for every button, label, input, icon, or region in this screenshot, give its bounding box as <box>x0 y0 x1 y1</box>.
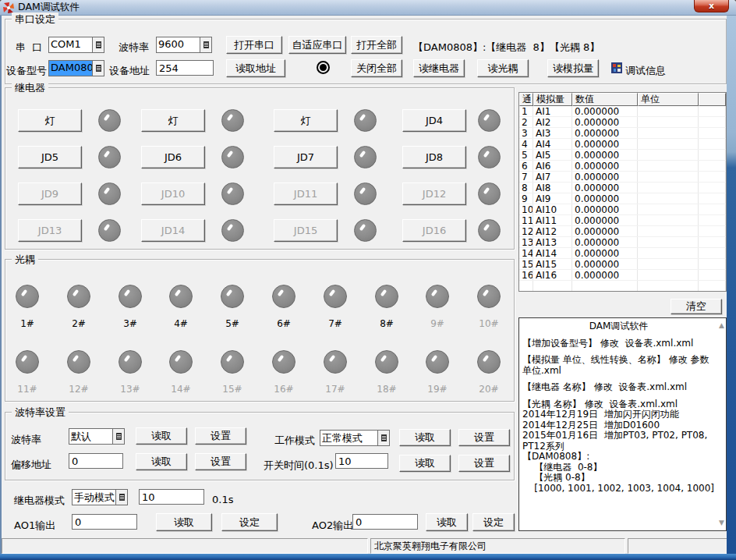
relay-led-10 <box>221 183 244 205</box>
offset-address-input[interactable] <box>69 453 123 469</box>
work-mode-set-button[interactable]: 设置 <box>458 429 510 446</box>
dropdown-icon[interactable] <box>112 429 124 444</box>
relay-button-16: JD16 <box>402 219 466 242</box>
relay-button-3[interactable]: 灯 <box>274 109 338 132</box>
analog-table-cell: 16 <box>519 270 533 280</box>
opto-led-6 <box>272 285 295 308</box>
analog-table-cell <box>699 259 726 269</box>
analog-table-cell: 0.000000 <box>572 215 638 225</box>
open-all-button[interactable]: 打开全部 <box>351 36 402 54</box>
device-address-input[interactable] <box>156 60 214 76</box>
switch-time-read-button[interactable]: 读取 <box>399 455 451 472</box>
analog-table-row[interactable]: 4AI40.000000 <box>519 139 726 150</box>
analog-table-row[interactable]: 9AI90.000000 <box>519 193 726 204</box>
ao1-set-button[interactable]: 设定 <box>221 513 278 531</box>
read-opto-button[interactable]: 读光耦 <box>477 59 529 77</box>
analog-table-row[interactable]: 8AI80.000000 <box>519 183 726 193</box>
switch-time-input[interactable] <box>335 453 388 469</box>
dropdown-icon[interactable] <box>92 61 104 76</box>
analog-table-row[interactable]: 11AI110.000000 <box>519 215 726 226</box>
analog-table-row[interactable]: 3AI30.000000 <box>519 128 726 139</box>
read-relay-button[interactable]: 读继电器 <box>413 59 465 77</box>
analog-table-cell <box>638 215 699 225</box>
analog-table-row[interactable]: 2AI20.000000 <box>519 117 726 128</box>
scroll-up-icon[interactable]: ▲ <box>719 322 724 329</box>
work-mode-read-button[interactable]: 读取 <box>399 429 451 446</box>
relay-button-6[interactable]: JD6 <box>141 146 205 168</box>
read-address-button[interactable]: 读取地址 <box>226 59 285 77</box>
close-button[interactable]: x <box>694 0 729 12</box>
analog-table-row[interactable]: 13AI130.000000 <box>519 237 726 248</box>
offset-set-button[interactable]: 设置 <box>195 453 246 470</box>
relay-mode-combo[interactable]: 手动模式 <box>72 489 128 505</box>
analog-table-row[interactable]: 16AI160.000000 <box>519 270 726 281</box>
analog-table-row[interactable]: 10AI100.000000 <box>519 204 726 215</box>
opto-led-19 <box>426 350 449 374</box>
baud-rate-combo[interactable]: 9600 <box>156 37 212 53</box>
offset-read-button[interactable]: 读取 <box>136 453 187 470</box>
clear-log-button[interactable]: 清空 <box>671 299 722 314</box>
debug-info-icon[interactable] <box>611 62 622 73</box>
scroll-down-icon[interactable]: ▼ <box>719 519 724 526</box>
analog-table-cell: 0.000000 <box>572 237 638 247</box>
ao2-set-button[interactable]: 设定 <box>472 513 515 531</box>
ao2-input[interactable] <box>352 514 418 530</box>
serial-port-combo[interactable]: COM1 <box>48 37 104 53</box>
window-border-left <box>0 16 2 554</box>
switch-time-set-button[interactable]: 设置 <box>458 455 510 472</box>
log-line: 2014年12月19日 增加闪开闪闭功能 <box>522 409 715 420</box>
analog-table-row[interactable]: 5AI50.000000 <box>519 150 726 161</box>
analog-table-row[interactable]: 12AI120.000000 <box>519 226 726 237</box>
close-all-button[interactable]: 关闭全部 <box>351 59 402 77</box>
baud-set-button[interactable]: 设置 <box>195 427 246 445</box>
analog-table-row[interactable]: 6AI60.000000 <box>519 161 726 172</box>
baud-setting-combo[interactable]: 默认 <box>69 428 125 445</box>
log-line: DAM调试软件 <box>522 321 715 332</box>
analog-table-cell: 7 <box>519 172 533 182</box>
analog-table-cell: 0.000000 <box>572 248 638 258</box>
analog-table-row[interactable]: 15AI150.000000 <box>519 259 726 270</box>
device-model-combo[interactable]: DAM0808 <box>48 60 104 76</box>
adaptive-serial-button[interactable]: 自适应串口 <box>288 36 346 54</box>
analog-table-cell <box>572 281 638 291</box>
relay-mode-value: 手动模式 <box>73 490 115 505</box>
dropdown-icon[interactable] <box>377 431 389 445</box>
baud-read-button[interactable]: 读取 <box>136 427 187 445</box>
relay-time-input[interactable] <box>139 489 204 505</box>
dropdown-icon[interactable] <box>200 37 211 52</box>
relay-button-2[interactable]: 灯 <box>141 109 205 132</box>
relay-button-9: JD9 <box>18 183 82 205</box>
analog-table-row[interactable]: 14AI140.000000 <box>519 248 726 259</box>
relay-button-8[interactable]: JD8 <box>402 146 466 168</box>
dropdown-icon[interactable] <box>92 37 104 52</box>
analog-table-cell: 6 <box>519 161 533 171</box>
work-mode-combo[interactable]: 正常模式 <box>320 430 390 446</box>
analog-table-cell: AI2 <box>533 117 572 127</box>
analog-column-header[interactable]: 数值 <box>572 93 638 106</box>
analog-table-cell <box>699 226 726 236</box>
relay-led-3 <box>354 109 377 132</box>
relay-button-4[interactable]: JD4 <box>402 109 466 132</box>
relay-led-9 <box>98 183 121 205</box>
relay-button-5[interactable]: JD5 <box>18 146 82 168</box>
analog-table-row[interactable]: 1AI10.000000 <box>519 106 726 117</box>
title-bar[interactable]: DAM调试软件 <box>0 0 736 16</box>
analog-column-header[interactable]: 单位 <box>638 93 699 106</box>
analog-column-header[interactable]: 通 <box>519 93 533 106</box>
device-model-value: DAM0808 <box>49 61 92 76</box>
analog-column-header[interactable] <box>699 93 726 106</box>
open-serial-button[interactable]: 打开串口 <box>226 36 282 54</box>
opto-label-6: 6# <box>267 318 301 329</box>
analog-table-empty-row[interactable] <box>519 281 726 292</box>
log-area[interactable]: DAM调试软件【增加设备型号】 修改 设备表.xml.xml【模拟量 单位、线性… <box>518 317 727 531</box>
opto-label-16: 16# <box>267 384 301 395</box>
ao1-read-button[interactable]: 读取 <box>156 513 212 531</box>
read-analog-button[interactable]: 读模拟量 <box>547 59 599 77</box>
relay-button-1[interactable]: 灯 <box>18 109 82 132</box>
ao1-input[interactable] <box>72 514 137 530</box>
analog-table-row[interactable]: 7AI70.000000 <box>519 172 726 183</box>
analog-column-header[interactable]: 模拟量 <box>533 93 572 106</box>
relay-button-7[interactable]: JD7 <box>274 146 338 168</box>
ao2-read-button[interactable]: 读取 <box>426 513 468 531</box>
dropdown-icon[interactable] <box>115 490 127 505</box>
